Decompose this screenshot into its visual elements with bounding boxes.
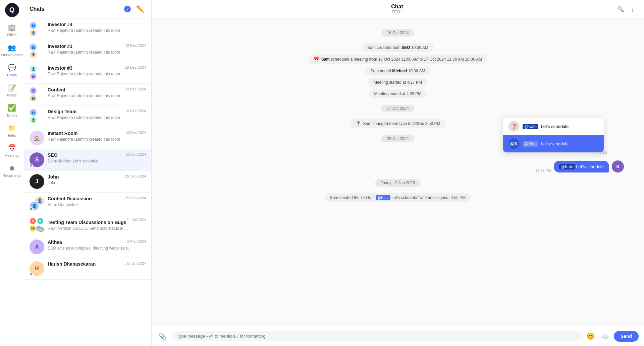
room-preview: Sam: @ Kate Let's schedule bbox=[48, 159, 146, 163]
chat-list-header: Chats 2 ✏️ bbox=[24, 0, 151, 18]
avatar: J bbox=[30, 174, 44, 189]
room-preview: Ravi Rajendra (admin) created this room bbox=[48, 115, 146, 120]
system-message-room-created: Sam created room SEO 10:36 AM bbox=[172, 43, 624, 52]
sidebar-item-office[interactable]: 🏢 Office bbox=[0, 20, 24, 40]
system-message-meeting-ended: Meeting ended at 4:28 PM bbox=[172, 89, 624, 98]
chat-item-harish[interactable]: H Harish Dhanasekaran 30 Jan 2024 bbox=[24, 258, 151, 280]
chat-item-testing-team[interactable]: S N DD 👤 +2 Testing Team Discussions on … bbox=[24, 214, 151, 236]
sidebar-item-notes[interactable]: 📝 Notes bbox=[0, 80, 24, 100]
attachment-button[interactable]: 📎 bbox=[157, 331, 168, 342]
message-text: Let's schedule bbox=[576, 164, 604, 169]
room-preview: Ravi Rajendra (admin) created this room bbox=[48, 137, 146, 142]
chat-room-name: SEO bbox=[391, 10, 400, 14]
sidebar-item-files[interactable]: 📁 Files bbox=[0, 121, 24, 141]
avatar: A bbox=[30, 239, 44, 254]
sidebar-item-recordings[interactable]: ⏺ Recordings bbox=[0, 161, 24, 181]
search-chat-button[interactable]: 🔍 bbox=[616, 5, 625, 14]
system-text: Sam changed room type to Offline 3:50 PM bbox=[363, 121, 440, 126]
avatar: 👥 👤 bbox=[30, 44, 44, 58]
autocomplete-rest: Let's schedule bbox=[541, 141, 569, 146]
chat-item-investor1[interactable]: 👥 👤 Investor #1 Ravi Rajendra (admin) cr… bbox=[24, 40, 151, 62]
avatar: 👥 👤 bbox=[30, 109, 44, 124]
autocomplete-item-1[interactable]: ❓ @Kate Let's schedule bbox=[503, 118, 604, 135]
date-divider-oct16: 16 Oct 2024 bbox=[172, 29, 624, 37]
mention-tag: @Kate bbox=[523, 124, 538, 129]
message-time: 12:32 PM bbox=[535, 168, 551, 172]
app-logo[interactable]: Q bbox=[0, 0, 24, 20]
chat-date: 10 Dec 2024 bbox=[125, 131, 146, 135]
emoji-button[interactable]: 😊 bbox=[585, 331, 596, 342]
chat-item-content: Investor #4 Ravi Rajendra (admin) create… bbox=[48, 22, 146, 33]
online-indicator bbox=[30, 164, 33, 167]
location-icon: 📍 bbox=[356, 121, 361, 126]
sidebar-item-todos[interactable]: ✅ To-dos bbox=[0, 100, 24, 121]
sidebar-item-label: Meetings bbox=[4, 153, 19, 157]
system-message-user-added: Sam added Michael 10:36 AM bbox=[172, 67, 624, 75]
chat-item-content[interactable]: 👤 👥 Content Ravi Rajendra (admin) create… bbox=[24, 84, 151, 106]
sidebar-item-label: Files bbox=[8, 133, 16, 137]
online-indicator bbox=[30, 207, 33, 211]
mention-in-message: @Kate bbox=[559, 164, 575, 169]
date-label: 17 Oct 2024 bbox=[381, 105, 414, 112]
chat-item-john[interactable]: J John John: 25 Sep 2024 bbox=[24, 171, 151, 193]
room-preview: Ravi Rajendra (admin) created this room bbox=[48, 72, 146, 76]
message-bubble: @Kate Let's schedule bbox=[554, 161, 609, 172]
chats-icon: 💬 bbox=[8, 64, 16, 72]
system-text: Sam added Michael 10:36 AM bbox=[371, 69, 425, 73]
chat-item-content-discussion[interactable]: 👤 👤 Content Discussion Sam: Completed 25… bbox=[24, 193, 151, 214]
autocomplete-avatar: ❓ bbox=[508, 121, 519, 132]
sidebar-item-label: One-on-ones bbox=[1, 53, 22, 57]
chat-item-seo[interactable]: S SEO Sam: @ Kate Let's schedule 23 Oct … bbox=[24, 149, 151, 171]
avatar: 🏠 bbox=[30, 131, 44, 145]
unread-badge: 2 bbox=[124, 6, 131, 12]
message-user-avatar: S bbox=[612, 160, 624, 172]
more-members-badge: +2 bbox=[38, 226, 44, 232]
new-chat-button[interactable]: ✏️ bbox=[135, 4, 146, 14]
chat-subtitle: SEO › bbox=[391, 10, 402, 14]
avatar: 👤 👥 bbox=[30, 87, 44, 102]
upload-button[interactable]: ☁️ bbox=[599, 331, 610, 342]
autocomplete-rest: Let's schedule bbox=[541, 124, 569, 129]
date-label: 16 Oct 2024 bbox=[381, 29, 414, 37]
chat-list-title: Chats bbox=[30, 6, 120, 12]
chat-title: Chat bbox=[391, 4, 403, 10]
chat-header: Chat SEO › 🔍 ⋮ bbox=[152, 0, 644, 18]
system-text: Sam created the To-Do - '@Kate Let's sch… bbox=[330, 195, 466, 200]
avatar: 👥 👤 bbox=[30, 22, 44, 37]
chat-date: 10 Dec 2024 bbox=[125, 87, 146, 91]
room-name: Investor #4 bbox=[48, 22, 146, 27]
sidebar-item-meetings[interactable]: 📅 Meetings bbox=[0, 141, 24, 161]
autocomplete-item-2[interactable]: @K @Kate Let's schedule bbox=[503, 135, 604, 152]
autocomplete-avatar: @K bbox=[508, 138, 519, 149]
system-message-todo-created: Sam created the To-Do - '@Kate Let's sch… bbox=[172, 193, 624, 202]
message-input[interactable] bbox=[177, 334, 576, 339]
chat-header-info: Chat SEO › bbox=[391, 4, 403, 14]
system-message-meeting-scheduled: 📅 Sam scheduled a meeting from 17 Oct 20… bbox=[172, 55, 624, 64]
chat-item-design-team[interactable]: 👥 👤 Design Team Ravi Rajendra (admin) cr… bbox=[24, 106, 151, 127]
chat-list-scroll[interactable]: 👥 👤 Investor #4 Ravi Rajendra (admin) cr… bbox=[24, 18, 151, 346]
chat-item-investor3[interactable]: 👤 👥 Investor #3 Ravi Rajendra (admin) cr… bbox=[24, 62, 151, 84]
room-preview: Ravi Rajendra (admin) created this room bbox=[48, 50, 146, 55]
chat-main: Chat SEO › 🔍 ⋮ 16 Oct 2024 Sam created r… bbox=[152, 0, 644, 346]
sidebar-item-chats[interactable]: 💬 Chats bbox=[0, 60, 24, 80]
chat-date: 18 Dec 2024 bbox=[125, 44, 146, 48]
date-label: 23 Oct 2024 bbox=[381, 135, 414, 142]
system-text: Meeting started at 4:27 PM bbox=[374, 80, 422, 85]
recordings-icon: ⏺ bbox=[8, 164, 16, 172]
chat-date: 18 Dec 2024 bbox=[125, 65, 146, 69]
sidebar-item-one-on-ones[interactable]: 👥 One-on-ones bbox=[0, 40, 24, 60]
room-preview: Ravi Rajendra (admin) created this room bbox=[48, 93, 146, 98]
chat-date: 25 Sep 2024 bbox=[125, 174, 146, 178]
sidebar-item-label: Recordings bbox=[3, 174, 21, 178]
chat-item-althea[interactable]: A Althea SEO acts as a compass, directin… bbox=[24, 236, 151, 258]
chat-messages: 16 Oct 2024 Sam created room SEO 10:36 A… bbox=[152, 18, 644, 326]
todos-icon: ✅ bbox=[8, 104, 16, 112]
send-button[interactable]: Send bbox=[614, 331, 639, 342]
mention-tag: @Kate bbox=[523, 141, 538, 147]
chat-date: 10 Dec 2024 bbox=[125, 109, 146, 113]
chat-subtitle-arrow: › bbox=[401, 10, 403, 14]
chat-item-investor4[interactable]: 👥 👤 Investor #4 Ravi Rajendra (admin) cr… bbox=[24, 18, 151, 40]
chat-item-instant-room[interactable]: 🏠 Instant Room Ravi Rajendra (admin) cre… bbox=[24, 127, 151, 149]
room-preview: SEO acts as a compass, directing website… bbox=[48, 246, 146, 251]
more-options-button[interactable]: ⋮ bbox=[628, 4, 637, 14]
